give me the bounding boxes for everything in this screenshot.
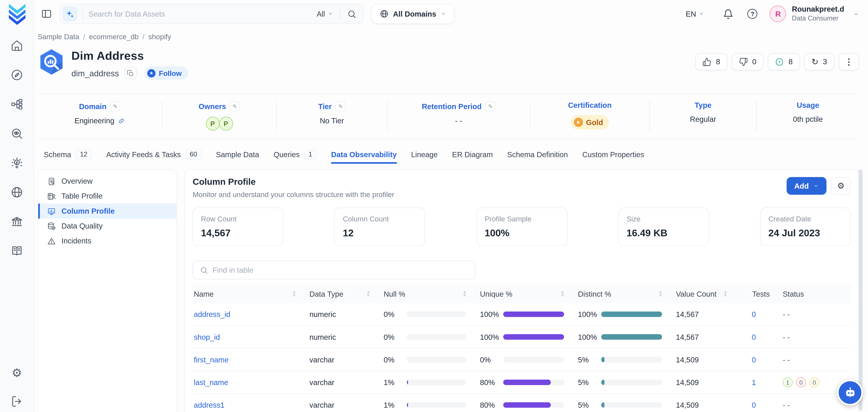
ai-sparkle-icon[interactable]: [63, 7, 77, 21]
user-avatar[interactable]: R: [770, 6, 786, 22]
retention-label: Retention Period: [422, 102, 482, 110]
tab-custom-properties[interactable]: Custom Properties: [582, 141, 644, 167]
help-icon[interactable]: ?: [748, 9, 757, 19]
edit-pencil-icon[interactable]: ✎: [230, 101, 240, 111]
lineage-sitemap-icon[interactable]: [10, 97, 24, 111]
find-in-table[interactable]: [193, 261, 475, 279]
stat-card-profile-sample: Profile Sample 100%: [476, 208, 567, 246]
find-in-table-input[interactable]: [213, 266, 468, 274]
breadcrumb-link[interactable]: shopify: [148, 33, 171, 41]
tab-queries[interactable]: Queries1: [274, 140, 317, 168]
column-name-link[interactable]: address1: [194, 401, 224, 409]
downvote-button[interactable]: 0: [732, 53, 764, 70]
owner-avatar[interactable]: P: [219, 117, 233, 130]
tab-er-diagram[interactable]: ER Diagram: [452, 141, 493, 167]
home-icon[interactable]: [10, 38, 24, 53]
insights-bulb-icon[interactable]: [10, 155, 24, 170]
edit-pencil-icon[interactable]: ✎: [486, 101, 495, 111]
edit-pencil-icon[interactable]: ✎: [110, 101, 120, 111]
tab-lineage[interactable]: Lineage: [411, 141, 438, 167]
owner-avatar[interactable]: P: [206, 117, 219, 130]
breadcrumb-link[interactable]: ecommerce_db: [89, 33, 139, 41]
search-input[interactable]: [89, 10, 317, 18]
null-pct-cell: 0%: [383, 355, 480, 364]
profiler-settings-button[interactable]: ⚙: [831, 177, 851, 195]
tab-activity-feeds[interactable]: Activity Feeds & Tasks60: [106, 140, 202, 168]
tests-link[interactable]: 0: [752, 333, 756, 341]
sort-icon[interactable]: ▲▼: [292, 290, 296, 297]
add-button[interactable]: Add: [786, 177, 826, 195]
user-info[interactable]: Rounakpreet.d Data Consumer: [792, 5, 844, 23]
more-options-button[interactable]: ⋮: [839, 53, 859, 70]
domains-globe-icon[interactable]: [10, 185, 24, 199]
settings-gear-icon[interactable]: ⚙: [10, 365, 24, 380]
sort-icon[interactable]: ▲▼: [658, 290, 663, 297]
column-header-null[interactable]: Null %▲▼: [383, 289, 480, 298]
language-select[interactable]: EN: [686, 10, 705, 18]
entity-name: dim_address: [71, 68, 119, 78]
sort-icon[interactable]: ▲▼: [366, 290, 370, 297]
column-header-distinct[interactable]: Distinct %▲▼: [578, 289, 676, 298]
subnav-item-overview[interactable]: Overview: [38, 174, 177, 189]
search-icon[interactable]: [347, 9, 356, 19]
column-header-unique[interactable]: Unique %▲▼: [480, 289, 578, 298]
search-scope-select[interactable]: All: [317, 10, 333, 18]
breadcrumb-link[interactable]: Sample Data: [38, 33, 80, 41]
follow-button[interactable]: ★ Follow: [145, 66, 188, 80]
value-count-cell: 14,509: [676, 378, 741, 386]
observability-search-eye-icon[interactable]: [10, 126, 24, 140]
subnav-item-data-quality[interactable]: Data Quality: [38, 219, 177, 233]
subnav-item-column-profile[interactable]: Column Profile: [38, 203, 177, 218]
subnav-item-incidents[interactable]: Incidents: [38, 233, 177, 248]
page-title: Dim Address: [71, 49, 188, 63]
tests-link[interactable]: 1: [752, 378, 756, 386]
sort-icon[interactable]: ▲▼: [561, 290, 565, 297]
certification-badge: ★ Gold: [570, 115, 609, 130]
global-search-bar[interactable]: All: [59, 4, 364, 24]
status-cell: - -: [779, 333, 851, 341]
tab-schema-definition[interactable]: Schema Definition: [507, 141, 568, 167]
tests-link[interactable]: 0: [752, 401, 756, 409]
notifications-bell-icon[interactable]: [723, 9, 734, 19]
stat-card-size: Size 16.49 KB: [618, 208, 709, 246]
domain-label: Domain: [79, 102, 106, 110]
column-name-link[interactable]: shop_id: [194, 333, 220, 341]
tab-schema[interactable]: Schema12: [44, 140, 92, 168]
explore-compass-icon[interactable]: [10, 67, 24, 82]
unique-pct-cell: 0%: [480, 355, 578, 364]
tests-link[interactable]: 0: [752, 310, 756, 318]
column-header-data-type[interactable]: Data Type▲▼: [310, 289, 384, 298]
copy-icon[interactable]: [124, 67, 136, 79]
distinct-pct-cell: 5%: [578, 378, 676, 386]
sort-icon[interactable]: ▲▼: [723, 290, 727, 297]
knowledge-book-icon[interactable]: [10, 244, 24, 258]
subnav-item-table-profile[interactable]: Table Profile: [38, 189, 177, 203]
upvote-button[interactable]: 8: [695, 53, 727, 70]
all-domains-button[interactable]: All Domains: [371, 4, 455, 24]
column-name-link[interactable]: address_id: [194, 310, 230, 318]
edit-pencil-icon[interactable]: ✎: [336, 101, 346, 111]
table-row: address1 varchar 1% 80% 5% 14,509 0 - -: [193, 394, 851, 412]
status-failed-badge[interactable]: 0: [796, 377, 806, 387]
column-header-tests: Tests: [741, 289, 780, 298]
column-name-link[interactable]: first_name: [194, 355, 229, 364]
app-logo-icon[interactable]: [6, 3, 28, 25]
tasks-button[interactable]: 8: [768, 53, 800, 70]
top-right-cluster: EN ? R Rounakpreet.d Data Consumer: [686, 5, 859, 23]
tab-data-observability[interactable]: Data Observability: [331, 141, 397, 167]
column-name-link[interactable]: last_name: [194, 378, 228, 386]
sidebar-toggle-icon[interactable]: [41, 8, 52, 19]
status-success-badge[interactable]: 1: [783, 377, 793, 387]
column-header-name[interactable]: Name▲▼: [193, 289, 309, 298]
status-aborted-badge[interactable]: 0: [809, 377, 819, 387]
govern-bank-icon[interactable]: [10, 214, 24, 228]
logout-icon[interactable]: [10, 394, 24, 408]
tests-link[interactable]: 0: [752, 355, 756, 364]
sort-icon[interactable]: ▲▼: [463, 290, 467, 297]
chatbot-button[interactable]: [837, 379, 863, 406]
versions-button[interactable]: ↻ 3: [804, 53, 834, 70]
user-menu-chevron-icon[interactable]: [853, 11, 859, 17]
tab-sample-data[interactable]: Sample Data: [216, 141, 259, 167]
column-header-value-count[interactable]: Value Count▲▼: [676, 289, 741, 298]
vertical-scrollbar[interactable]: [859, 169, 862, 411]
